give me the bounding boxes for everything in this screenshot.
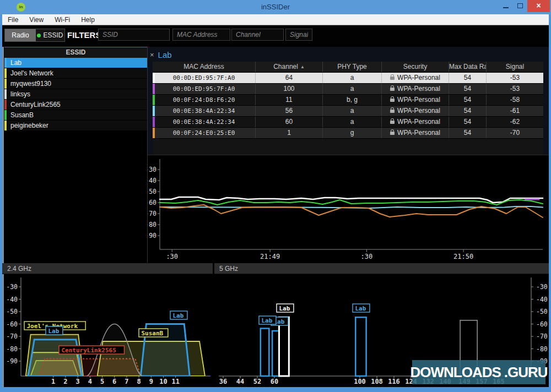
menu-item-wifi[interactable]: Wi-Fi [49, 16, 75, 24]
menu-item-view[interactable]: View [24, 16, 49, 24]
menu-item-file[interactable]: File [2, 16, 24, 24]
lock-icon [390, 132, 395, 135]
network-color-bar [4, 79, 7, 89]
tab-close-icon[interactable]: × [150, 51, 154, 59]
svg-text:-70: -70 [536, 333, 548, 340]
svg-text:8: 8 [137, 378, 141, 385]
band-5ghz-header: 5 GHz [214, 263, 549, 274]
menu-item-help[interactable]: Help [75, 16, 100, 24]
cell-signal: -61 [487, 106, 543, 116]
window-border-right [549, 14, 551, 392]
svg-text:21:49: 21:49 [260, 253, 280, 260]
radio-essid-toggle: Radio ESSID [4, 29, 65, 42]
cell-security: WPA-Personal [382, 73, 449, 83]
sort-ascending-icon: ▲ [300, 64, 305, 69]
svg-text:-30: -30 [148, 166, 156, 173]
network-color-bar [4, 68, 7, 78]
cell-channel: 100 [256, 84, 323, 94]
svg-text:-80: -80 [536, 345, 548, 353]
ssid-filter-input[interactable] [98, 29, 170, 41]
column-header-maxdatara[interactable]: Max Data Ra [449, 62, 487, 72]
cell-phy-type: a [323, 106, 382, 116]
lock-icon [390, 121, 395, 124]
svg-text:Lab: Lab [48, 328, 60, 335]
spectrum-bar-lab [355, 317, 366, 376]
svg-text:-50: -50 [148, 188, 156, 195]
svg-text:2: 2 [63, 378, 67, 385]
cell-channel: 64 [256, 73, 323, 83]
table-row[interactable]: 00:0D:ED:95:7F:A064aWPA-Personal54-53 [153, 73, 543, 84]
svg-text:SusanB: SusanB [142, 330, 164, 337]
sidebar-item-joelsnetwork[interactable]: Joel's Network [4, 68, 147, 78]
channel-filter-input[interactable] [231, 29, 284, 41]
sidebar-item-myqwest9130[interactable]: myqwest9130 [4, 79, 147, 89]
close-button[interactable]: × [527, 0, 550, 12]
network-label: SusanB [10, 111, 34, 119]
svg-text:-60: -60 [6, 320, 18, 328]
svg-text:-50: -50 [536, 308, 548, 315]
inssider-window: in inSSIDer × FileViewWi-FiHelp Radio ES… [0, 0, 551, 392]
window-title: inSSIDer [0, 3, 551, 11]
sidebar-item-susanb[interactable]: SusanB [4, 110, 147, 120]
downloads-guru-watermark: DOWNLOADS .GURU [412, 360, 545, 384]
svg-text:100: 100 [354, 378, 366, 385]
sidebar-item-centurylink2565[interactable]: CenturyLink2565 [4, 100, 147, 110]
svg-text:36: 36 [219, 378, 227, 385]
cell-max-data-rate: 54 [449, 84, 487, 94]
svg-text:3: 3 [75, 378, 79, 385]
table-row[interactable]: 00:0F:24:D8:F6:2011b, gWPA-Personal54-58 [153, 95, 543, 106]
network-color-bar [4, 121, 7, 130]
sidebar-item-linksys[interactable]: linksys [4, 89, 147, 99]
radio-toggle-button[interactable]: Radio [5, 29, 36, 41]
cell-mac-address: 00:0F:24:E0:25:E0 [153, 128, 256, 138]
svg-text:-40: -40 [148, 177, 156, 184]
ap-color-bar [153, 106, 155, 116]
cell-security: WPA-Personal [382, 95, 449, 105]
network-label: Lab [10, 59, 21, 67]
ap-color-bar [153, 95, 155, 105]
cell-signal: -70 [487, 128, 543, 138]
signal-filter-input[interactable] [285, 29, 312, 41]
svg-text:-80: -80 [6, 345, 18, 353]
svg-text:5: 5 [100, 378, 104, 385]
cell-phy-type: a [323, 73, 382, 83]
table-row[interactable]: 00:0D:ED:95:7F:A0100aWPA-Personal54-53 [153, 84, 543, 95]
table-row[interactable]: 00:0E:38:4A:22:3460aWPA-Personal54-62 [153, 117, 543, 128]
cell-mac-address: 00:0F:24:D8:F6:20 [153, 95, 256, 105]
cell-channel: 11 [256, 95, 323, 105]
network-tab[interactable]: × Lab [150, 48, 172, 61]
svg-text:-90: -90 [148, 232, 156, 239]
column-header-channel[interactable]: Channel▲ [256, 62, 323, 72]
svg-text:-30: -30 [6, 283, 18, 291]
minimize-button[interactable] [499, 0, 512, 12]
column-header-security[interactable]: Security [382, 62, 449, 72]
maximize-button[interactable] [514, 0, 527, 12]
security-text: WPA-Personal [397, 128, 440, 138]
svg-text::30: :30 [166, 253, 178, 260]
column-header-macaddress[interactable]: MAC Address [153, 62, 256, 72]
ap-color-bar [153, 73, 155, 83]
cell-channel: 56 [256, 106, 323, 116]
svg-text:-60: -60 [536, 320, 548, 328]
cell-security: WPA-Personal [382, 117, 449, 127]
cell-max-data-rate: 54 [449, 128, 487, 138]
svg-text:-40: -40 [536, 296, 548, 303]
essid-toggle-button[interactable]: ESSID [36, 29, 64, 41]
access-point-table: MAC AddressChannel▲PHY TypeSecurityMax D… [153, 62, 543, 139]
cell-mac-address: 00:0E:38:4A:22:34 [153, 117, 256, 127]
svg-text:CenturyLink2565: CenturyLink2565 [62, 347, 116, 354]
ap-color-bar [153, 84, 155, 94]
column-header-phytype[interactable]: PHY Type [323, 62, 382, 72]
table-header-row: MAC AddressChannel▲PHY TypeSecurityMax D… [153, 62, 543, 73]
cell-security: WPA-Personal [382, 128, 449, 138]
sidebar-item-peiginebeker[interactable]: peiginebeker [4, 121, 147, 130]
svg-text:10: 10 [159, 378, 167, 385]
table-row[interactable]: 00:0F:24:E0:25:E01gWPA-Personal54-70 [153, 128, 543, 139]
table-row[interactable]: 00:0E:38:4A:22:3456aWPA-Personal54-61 [153, 106, 543, 117]
sidebar-item-lab[interactable]: Lab [4, 58, 147, 68]
cell-phy-type: a [323, 117, 382, 127]
network-label: Joel's Network [10, 69, 53, 77]
column-header-signal[interactable]: Signal [487, 62, 543, 72]
essid-list-header: ESSID [4, 47, 147, 58]
mac-filter-input[interactable] [172, 29, 230, 41]
